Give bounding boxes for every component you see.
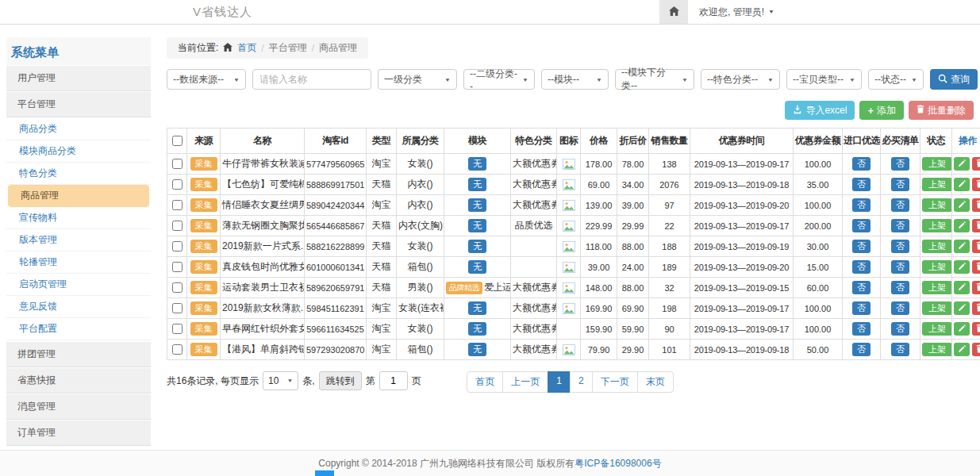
sidebar-subitem[interactable]: 版本管理 bbox=[6, 229, 151, 251]
import-select-toggle[interactable]: 否 bbox=[852, 301, 870, 316]
sidebar-item[interactable]: 拼团管理 bbox=[6, 341, 151, 367]
batch-delete-button[interactable]: 批量删除 bbox=[909, 101, 974, 120]
import-select-toggle[interactable]: 否 bbox=[852, 178, 870, 192]
edit-button[interactable] bbox=[954, 178, 970, 191]
page-button[interactable]: 下一页 bbox=[592, 371, 638, 393]
row-checkbox[interactable] bbox=[172, 241, 183, 251]
edit-button[interactable] bbox=[954, 240, 970, 253]
delete-button[interactable] bbox=[972, 301, 980, 315]
add-button[interactable]: + 添加 bbox=[859, 101, 904, 120]
delete-button[interactable] bbox=[972, 178, 980, 191]
select-all-checkbox[interactable] bbox=[172, 136, 183, 146]
row-checkbox[interactable] bbox=[172, 344, 183, 355]
row-checkbox[interactable] bbox=[172, 179, 183, 190]
import-excel-button[interactable]: 导入excel bbox=[785, 101, 855, 120]
delete-button[interactable] bbox=[972, 157, 980, 171]
sidebar-item[interactable]: 消息管理 bbox=[6, 393, 151, 420]
status-badge[interactable]: 上架 bbox=[922, 219, 952, 233]
status-badge[interactable]: 上架 bbox=[922, 322, 952, 336]
page-number-input[interactable] bbox=[379, 371, 408, 390]
row-checkbox[interactable] bbox=[172, 159, 183, 169]
must-buy-toggle[interactable]: 否 bbox=[891, 322, 909, 336]
sidebar-item[interactable]: 用户管理 bbox=[6, 65, 151, 91]
status-badge[interactable]: 上架 bbox=[922, 281, 952, 295]
import-select-toggle[interactable]: 否 bbox=[852, 240, 870, 254]
sidebar-subitem[interactable]: 平台配置 bbox=[6, 318, 151, 340]
home-button[interactable] bbox=[659, 0, 688, 24]
status-badge[interactable]: 上架 bbox=[922, 240, 952, 254]
import-select-toggle[interactable]: 否 bbox=[852, 260, 870, 274]
edit-button[interactable] bbox=[954, 322, 970, 336]
name-search-input[interactable] bbox=[252, 69, 371, 90]
import-select-toggle[interactable]: 否 bbox=[852, 322, 870, 336]
edit-button[interactable] bbox=[954, 219, 970, 232]
edit-button[interactable] bbox=[954, 260, 970, 274]
status-badge[interactable]: 上架 bbox=[922, 301, 952, 316]
import-select-toggle[interactable]: 否 bbox=[852, 198, 870, 213]
row-checkbox[interactable] bbox=[172, 303, 183, 313]
row-checkbox[interactable] bbox=[172, 282, 183, 293]
jump-button[interactable]: 跳转到 bbox=[319, 371, 362, 390]
edit-button[interactable] bbox=[954, 198, 970, 212]
delete-button[interactable] bbox=[972, 219, 980, 232]
row-checkbox[interactable] bbox=[172, 221, 183, 231]
must-buy-toggle[interactable]: 否 bbox=[891, 281, 909, 295]
filter-select[interactable]: 一级分类▼ bbox=[378, 69, 457, 90]
sidebar-subitem[interactable]: 意见反馈 bbox=[6, 296, 151, 318]
import-select-toggle[interactable]: 否 bbox=[852, 281, 870, 295]
delete-button[interactable] bbox=[972, 281, 980, 294]
status-badge[interactable]: 上架 bbox=[922, 343, 952, 357]
delete-button[interactable] bbox=[972, 240, 980, 253]
breadcrumb-home-link[interactable]: 首页 bbox=[237, 41, 256, 55]
sidebar-subitem[interactable]: 商品分类 bbox=[6, 118, 151, 140]
sidebar-subitem[interactable]: 宣传物料 bbox=[6, 207, 151, 229]
status-badge[interactable]: 上架 bbox=[922, 157, 952, 171]
sidebar-subitem[interactable]: 轮播管理 bbox=[6, 251, 151, 274]
must-buy-toggle[interactable]: 否 bbox=[891, 219, 909, 233]
sidebar-item[interactable]: 订单管理 bbox=[6, 420, 151, 446]
per-page-select[interactable]: 10 ▼ bbox=[263, 371, 298, 390]
icp-link[interactable]: 粤ICP备16098006号 bbox=[575, 457, 661, 470]
must-buy-toggle[interactable]: 否 bbox=[891, 343, 909, 357]
filter-select[interactable]: --特色分类--▼ bbox=[701, 69, 780, 90]
edit-button[interactable] bbox=[954, 157, 970, 171]
filter-select[interactable]: --状态--▼ bbox=[868, 69, 924, 90]
edit-button[interactable] bbox=[954, 281, 970, 294]
sidebar-subitem[interactable]: 模块商品分类 bbox=[6, 140, 151, 163]
row-checkbox[interactable] bbox=[172, 200, 183, 210]
import-select-toggle[interactable]: 否 bbox=[852, 157, 870, 171]
sidebar-subitem[interactable]: 商品管理 bbox=[8, 185, 149, 207]
import-select-toggle[interactable]: 否 bbox=[852, 219, 870, 233]
search-button[interactable]: 查询 bbox=[930, 69, 978, 90]
filter-select[interactable]: --宝贝类型--▼ bbox=[786, 69, 862, 90]
status-badge[interactable]: 上架 bbox=[922, 260, 952, 274]
filter-select[interactable]: --数据来源--▼ bbox=[167, 69, 246, 90]
page-button[interactable]: 首页 bbox=[467, 371, 503, 393]
delete-button[interactable] bbox=[972, 198, 980, 212]
user-menu[interactable]: 欢迎您, 管理员! ▼ bbox=[688, 0, 786, 24]
must-buy-toggle[interactable]: 否 bbox=[891, 178, 909, 192]
sidebar-subitem[interactable]: 特色分类 bbox=[6, 163, 151, 185]
import-select-toggle[interactable]: 否 bbox=[852, 343, 870, 357]
page-button[interactable]: 末页 bbox=[637, 371, 674, 393]
row-checkbox[interactable] bbox=[172, 262, 183, 272]
edit-button[interactable] bbox=[954, 343, 970, 356]
page-button[interactable]: 2 bbox=[570, 371, 593, 393]
status-badge[interactable]: 上架 bbox=[922, 198, 952, 213]
filter-select[interactable]: --模块--▼ bbox=[541, 69, 609, 90]
must-buy-toggle[interactable]: 否 bbox=[891, 240, 909, 254]
row-checkbox[interactable] bbox=[172, 324, 183, 334]
page-button[interactable]: 1 bbox=[548, 371, 571, 393]
filter-select[interactable]: --二级分类--▼ bbox=[463, 69, 535, 90]
sidebar-subitem[interactable]: 启动页管理 bbox=[6, 274, 151, 296]
delete-button[interactable] bbox=[972, 260, 980, 274]
delete-button[interactable] bbox=[972, 322, 980, 336]
sidebar-item[interactable]: 平台管理 bbox=[6, 91, 151, 117]
must-buy-toggle[interactable]: 否 bbox=[891, 198, 909, 213]
must-buy-toggle[interactable]: 否 bbox=[891, 157, 909, 171]
edit-button[interactable] bbox=[954, 301, 970, 315]
must-buy-toggle[interactable]: 否 bbox=[891, 301, 909, 316]
filter-select[interactable]: --模块下分类--▼ bbox=[615, 69, 694, 90]
delete-button[interactable] bbox=[972, 343, 980, 356]
must-buy-toggle[interactable]: 否 bbox=[891, 260, 909, 274]
